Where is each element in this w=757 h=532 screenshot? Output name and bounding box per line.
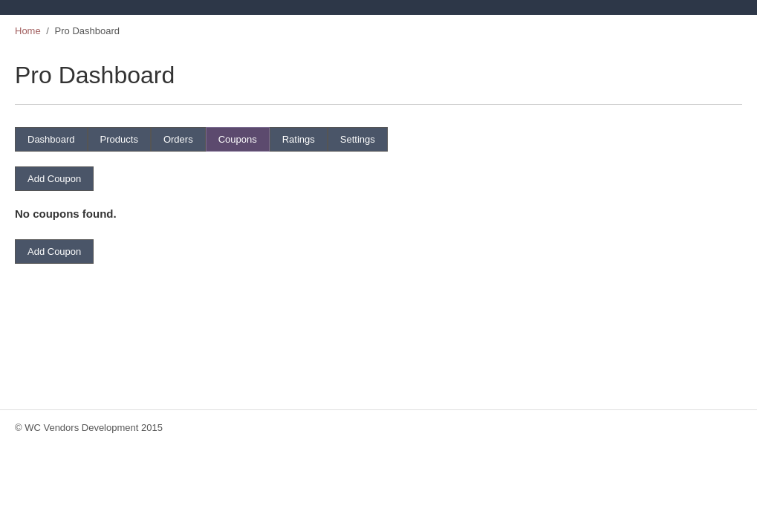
tab-settings[interactable]: Settings <box>328 127 388 152</box>
tab-orders[interactable]: Orders <box>151 127 206 152</box>
tabs-area: Dashboard Products Orders Coupons Rating… <box>0 120 757 291</box>
no-coupons-message: No coupons found. <box>15 203 742 224</box>
page-header: Pro Dashboard <box>0 47 757 104</box>
tab-ratings[interactable]: Ratings <box>270 127 328 152</box>
tab-products[interactable]: Products <box>88 127 151 152</box>
header-divider <box>15 104 742 105</box>
breadcrumb-separator: / <box>46 25 49 36</box>
tab-bar: Dashboard Products Orders Coupons Rating… <box>15 127 742 152</box>
main-container: Home / Pro Dashboard Pro Dashboard Dashb… <box>0 15 757 532</box>
tab-dashboard[interactable]: Dashboard <box>15 127 88 152</box>
add-coupon-button-top[interactable]: Add Coupon <box>15 166 94 191</box>
breadcrumb: Home / Pro Dashboard <box>0 15 757 47</box>
page-title: Pro Dashboard <box>15 62 742 89</box>
footer: © WC Vendors Development 2015 <box>0 409 757 445</box>
breadcrumb-current: Pro Dashboard <box>55 25 120 36</box>
tab-coupons[interactable]: Coupons <box>206 127 270 152</box>
top-bar <box>0 0 757 15</box>
add-coupon-button-bottom[interactable]: Add Coupon <box>15 239 94 264</box>
footer-text: © WC Vendors Development 2015 <box>15 422 163 433</box>
breadcrumb-home-link[interactable]: Home <box>15 25 41 36</box>
